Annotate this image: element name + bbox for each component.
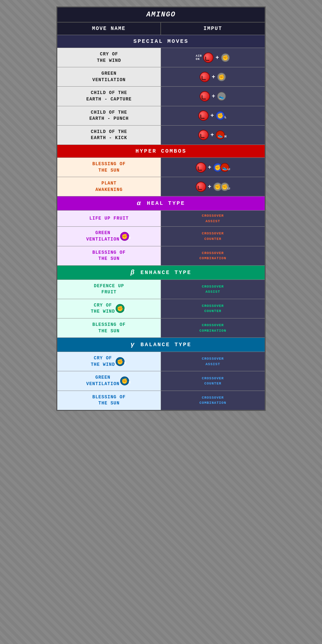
move-input-earth-punch: + ✊ L (161, 106, 265, 125)
move-input-blessing-sun: + ✊ 👟 LH (161, 158, 265, 177)
move-name-alpha-blessing-sun: BLESSING OFTHE SUN (57, 246, 161, 265)
imput-header: IMPUT (161, 23, 265, 35)
table-row: CHILD OF THEEARTH - CAPTURE + 👟 (57, 86, 265, 106)
move-name-life-up-fruit: LIFE UP FRUIT (57, 211, 161, 226)
crossover-text: CROSSOVERCOMBINATION (199, 395, 226, 406)
move-name-plant-awakening: PLANTAWAKENING (57, 177, 161, 196)
svg-text:✊: ✊ (222, 184, 228, 190)
qcb-icon (196, 182, 206, 192)
svg-text:👟: 👟 (218, 133, 223, 138)
table-header: MOVE NAME IMPUT (57, 22, 265, 35)
qcb-icon (198, 130, 209, 140)
crossover-text: CROSSOVERCOUNTER (202, 303, 224, 314)
move-name-gamma-blessing-sun: BLESSING OFTHE SUN (57, 391, 161, 410)
table-row: CRY OFTHE WIND AIROK + ✊ (57, 48, 265, 67)
red-kick-H-icon: 👟 H (216, 130, 227, 139)
table-row: GREENVENTILATION ✊ H CROSSOVERCOUNTER (57, 226, 265, 246)
svg-text:H: H (124, 308, 127, 312)
move-name-earth-punch: CHILD OF THEEARTH - PUNCH (57, 106, 161, 125)
svg-text:✊: ✊ (117, 359, 124, 365)
move-name-earth-kick: CHILD OF THEEARTH - KICK (57, 126, 161, 145)
gamma-section-header: γ BALANCE TYPE (57, 338, 265, 352)
air-ok-label: AIROK (196, 54, 202, 61)
punch-icon: ✊ (217, 72, 226, 81)
beta-type-label: ENHANCE TYPE (140, 270, 191, 276)
move-name-header: MOVE NAME (57, 23, 161, 35)
move-name-alpha-green-vent: GREENVENTILATION ✊ H (57, 227, 161, 246)
crossover-counter-2: CROSSOVERCOUNTER (161, 299, 265, 318)
move-name-blessing-sun: BLESSING OFTHE SUN (57, 158, 161, 177)
svg-text:L: L (224, 115, 227, 119)
crossover-text: CROSSOVERASSIST (202, 356, 224, 367)
table-row: GREENVENTILATION ✊ H CROSSOVERCOUNTER (57, 371, 265, 390)
table-row: CRY OFTHE WIND ✊ H CROSSOVERASSIST (57, 352, 265, 371)
qcb-icon (198, 110, 209, 121)
svg-text:✊: ✊ (222, 55, 229, 61)
beta-section-header: β ENHANCE TYPE (57, 266, 265, 279)
beta-header-row: β ENHANCE TYPE (57, 265, 265, 279)
alpha-section-header: α HEAL TYPE (57, 196, 265, 210)
move-input-green-vent: + ✊ (161, 67, 265, 86)
move-name-gamma-green-vent: GREENVENTILATION ✊ H (57, 371, 161, 390)
table-row: BLESSING OFTHE SUN CROSSOVERCOMBINATION (57, 246, 265, 265)
move-name-beta-blessing-sun: BLESSING OFTHE SUN (57, 318, 161, 337)
move-input-earth-kick: + 👟 H (161, 126, 265, 145)
fist-H-gamma-icon: ✊ H (116, 357, 127, 366)
crossover-text: CROSSOVERCOMBINATION (199, 323, 226, 333)
crossover-text: CROSSOVERCOUNTER (202, 231, 224, 242)
svg-text:✊: ✊ (214, 184, 221, 190)
svg-text:✊: ✊ (121, 233, 128, 240)
table-row: GREENVENTILATION + ✊ (57, 67, 265, 86)
punch-icon: ✊ (221, 53, 230, 62)
crossover-assist-3: CROSSOVERASSIST (161, 352, 265, 371)
gamma-header-row: γ BALANCE TYPE (57, 337, 265, 352)
crossover-combination-1: CROSSOVERCOMBINATION (161, 246, 265, 265)
svg-text:👟: 👟 (219, 94, 224, 99)
alpha-greek-symbol: α (137, 200, 142, 207)
kick-icon: 👟 (217, 92, 226, 101)
crossover-text: CROSSOVERCOUNTER (202, 376, 224, 386)
move-name-cry-wind: CRY OFTHE WIND (57, 48, 161, 67)
move-input-plant-awakening: + ✊ ✊ LH (161, 177, 265, 196)
table-row: CHILD OF THEEARTH - KICK + 👟 H (57, 125, 265, 145)
crossover-text: CROSSOVERASSIST (202, 284, 224, 295)
svg-text:✊: ✊ (218, 74, 225, 80)
crossover-text: CROSSOVERASSIST (202, 213, 224, 224)
crossover-assist-2: CROSSOVERASSIST (161, 280, 265, 299)
hyper-combos-header: HYPER COMBOS (57, 145, 265, 157)
alpha-type-label: HEAL TYPE (147, 200, 185, 206)
fist-H-icon: ✊ H (120, 232, 132, 241)
blue-punch-kick-LH-icon: ✊ 👟 LH (213, 163, 230, 172)
move-name-defence-up-fruit: DEFENCE UPFRUIT (57, 280, 161, 299)
blue-punch-L-icon: ✊ L (216, 111, 227, 120)
crossover-counter-1: CROSSOVERCOUNTER (161, 227, 265, 246)
move-name-earth-capture: CHILD OF THEEARTH - CAPTURE (57, 87, 161, 106)
crossover-counter-3: CROSSOVERCOUNTER (161, 371, 265, 390)
alpha-header-row: α HEAL TYPE (57, 196, 265, 210)
hyper-combos-header-row: HYPER COMBOS (57, 145, 265, 157)
table-row: LIFE UP FRUIT CROSSOVERASSIST (57, 210, 265, 226)
table-row: BLESSING OFTHE SUN + ✊ 👟 LH (57, 157, 265, 177)
beta-greek-symbol: β (130, 269, 135, 276)
crossover-assist-1: CROSSOVERASSIST (161, 211, 265, 226)
move-list-table: AMINGO MOVE NAME IMPUT SPECIAL MOVES CRY… (56, 6, 266, 411)
svg-text:👟: 👟 (222, 165, 228, 171)
fist-H-beta-icon: ✊ H (116, 304, 127, 313)
gamma-greek-symbol: γ (130, 341, 135, 348)
move-name-gamma-cry-wind: CRY OFTHE WIND ✊ H (57, 352, 161, 371)
table-row: DEFENCE UPFRUIT CROSSOVERASSIST (57, 279, 265, 299)
table-row: PLANTAWAKENING + ✊ ✊ LH (57, 177, 265, 196)
move-name-green-vent: GREENVENTILATION (57, 67, 161, 86)
punch-punch-LH-icon: ✊ ✊ LH (213, 182, 230, 191)
move-name-beta-cry-wind: CRY OFTHE WIND ✊ H (57, 299, 161, 318)
svg-text:LH: LH (228, 168, 230, 171)
svg-text:H: H (128, 381, 131, 384)
table-row: CRY OFTHE WIND ✊ H CROSSOVERCOUNTER (57, 299, 265, 318)
special-moves-header: SPECIAL MOVES (57, 35, 265, 48)
table-row: BLESSING OFTHE SUN CROSSOVERCOMBINATION (57, 318, 265, 337)
crossover-combination-2: CROSSOVERCOMBINATION (161, 318, 265, 337)
qcb-icon (196, 162, 206, 173)
svg-text:✊: ✊ (121, 378, 128, 384)
special-moves-header-row: SPECIAL MOVES (57, 35, 265, 48)
svg-text:✊: ✊ (214, 165, 221, 171)
